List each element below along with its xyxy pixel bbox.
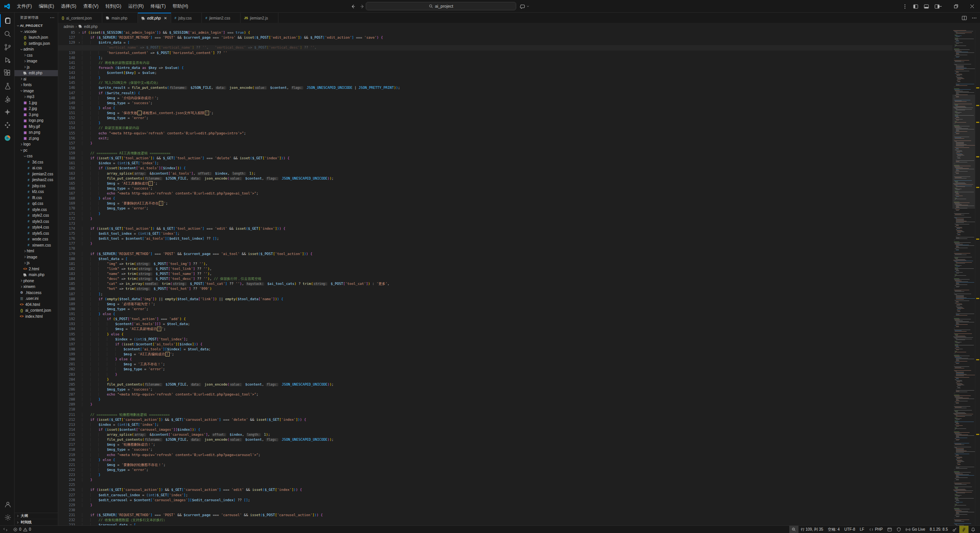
tree-item-1.jpg[interactable]: ▣1.jpg <box>15 100 58 106</box>
menu-item-7[interactable]: 帮助(H) <box>169 2 192 11</box>
code-line-215[interactable]: 215 array_splice(array: &$content['carou… <box>58 432 952 437</box>
code-line-197[interactable]: 197 if (isset($content['ai_tools'][$inde… <box>58 342 952 347</box>
tab-jiemian2.css[interactable]: #jiemian2.css✕ <box>202 13 241 23</box>
tree-item-AI_PROJECT[interactable]: AI_PROJECT <box>15 23 58 29</box>
code-line-157[interactable]: 157 } <box>58 141 952 146</box>
tree-item-js[interactable]: js <box>15 64 58 70</box>
status-indent-setting[interactable]: 空格: 4 <box>826 526 842 533</box>
code-line-159[interactable]: 159 // ========== AI工具增删改逻辑 ========== <box>58 151 952 156</box>
code-line-202[interactable]: 202 $msg_type = 'error'; <box>58 367 952 372</box>
status-encoding[interactable]: UTF-8 <box>842 526 857 533</box>
code-line-127[interactable]: 127 if ($_SERVER['REQUEST_METHOD'] === '… <box>58 35 952 40</box>
tab-jiemian2.js[interactable]: JSjiemian2.js✕ <box>241 13 278 23</box>
tree-item-jsby.css[interactable]: #jsby.css <box>15 183 58 189</box>
code-line-169[interactable]: 169 $msg = '要删除的AI工具不存在！'; <box>58 201 952 206</box>
menu-item-1[interactable]: 编辑(E) <box>35 2 57 11</box>
code-line-189[interactable]: 189 $msg = '必填项不能为空！'; <box>58 302 952 307</box>
tree-item-lft.css[interactable]: #lft.css <box>15 195 58 201</box>
code-line-196[interactable]: 196 $index = (int)$_POST['tool_index']; <box>58 337 952 342</box>
code-line-232[interactable]: 232 // 收集轮播图数据（支持多行文本的换行） <box>58 518 952 523</box>
code-line-155[interactable]: 155 echo "<meta http-equiv='refresh' con… <box>58 131 952 136</box>
code-line-158[interactable]: 158 <box>58 146 952 151</box>
tree-item-main.php[interactable]: 🐘main.php <box>15 272 58 278</box>
tree-item-3d.css[interactable]: #3d.css <box>15 159 58 165</box>
close-tab-icon[interactable]: ✕ <box>164 16 167 20</box>
code-line-179[interactable]: 179 if ($_SERVER['REQUEST_METHOD'] === '… <box>58 252 952 257</box>
status-language-mode[interactable]: PHP <box>867 526 885 533</box>
tree-item-.htaccess[interactable]: ⚙.htaccess <box>15 290 58 296</box>
menu-item-5[interactable]: 运行(R) <box>125 2 147 11</box>
tree-item-mp3[interactable]: mp3 <box>15 94 58 100</box>
code-line-200[interactable]: 200 } else { <box>58 357 952 362</box>
toggle-panel-icon[interactable] <box>924 4 929 9</box>
tree-item-ai_content.json[interactable]: {}ai_content.json <box>15 307 58 314</box>
code-line-228[interactable]: 228 $edit_carousel = $content['carousel_… <box>58 498 952 503</box>
editor-more-actions-icon[interactable] <box>972 15 977 21</box>
tree-item-launch.json[interactable]: {}launch.json <box>15 34 58 41</box>
breadcrumb-file[interactable]: edit.php <box>84 25 98 29</box>
code-line-192[interactable]: 192 if ($_POST['tool_action'] === 'add')… <box>58 317 952 322</box>
activity-account-icon[interactable] <box>0 498 15 511</box>
code-line-167[interactable]: 167 echo "<meta http-equiv='refresh' con… <box>58 191 952 196</box>
code-line-170[interactable]: 170 $msg_type = 'error'; <box>58 206 952 211</box>
tree-item-admin[interactable]: admin <box>15 46 58 52</box>
tree-item-html[interactable]: html <box>15 248 58 254</box>
code-line-176[interactable]: 176 $edit_tool = $content['ai_tools'][$e… <box>58 236 952 241</box>
back-arrow-icon[interactable] <box>350 4 356 9</box>
code-line-218[interactable]: 218 $msg_type = 'success'; <box>58 447 952 452</box>
code-line-171[interactable]: 171 } <box>58 211 952 216</box>
status-spell-toggle[interactable] <box>959 526 969 533</box>
tab-jsby.css[interactable]: #jsby.css✕ <box>171 13 202 23</box>
code-line-161[interactable]: 161 $index = (int)$_GET['index']; <box>58 161 952 166</box>
menu-item-0[interactable]: 文件(F) <box>13 2 35 11</box>
code-line-154[interactable]: 154 // 刷新页面展示最新内容 <box>58 126 952 131</box>
code-line-150[interactable]: 150 } else { <box>58 106 952 111</box>
tree-item-jiemian2.css[interactable]: #jiemian2.css <box>15 171 58 177</box>
code-line-183[interactable]: 183 "name" => trim(string: $_POST['tool_… <box>58 271 952 276</box>
minimize-button[interactable] <box>932 0 948 13</box>
activity-run-debug-icon[interactable] <box>0 53 15 66</box>
code-line-173[interactable]: 173 <box>58 221 952 226</box>
code-line-230[interactable]: 230 <box>58 508 952 513</box>
breadcrumb[interactable]: admin › 🐘 edit.php <box>58 23 980 30</box>
code-line-160[interactable]: 160 if (isset($_GET['tool_action']) && $… <box>58 156 952 161</box>
tree-item-3.png[interactable]: ▣3.png <box>15 112 58 118</box>
vertical-scrollbar[interactable] <box>975 30 980 525</box>
minimap[interactable] <box>952 30 975 525</box>
code-line-205[interactable]: 205 file_put_contents(filename: $JSON_FI… <box>58 382 952 387</box>
code-line-211[interactable]: 211 // ========== 轮播图增删改逻辑 ========== <box>58 412 952 417</box>
tab-edit.php[interactable]: 🐘edit.php✕ <box>138 13 171 23</box>
tree-item-image[interactable]: image <box>15 58 58 64</box>
tree-item-index.html[interactable]: <>index.html <box>15 314 58 320</box>
activity-colored-swirl-icon[interactable] <box>0 131 15 144</box>
status-php-key[interactable] <box>950 526 959 533</box>
code-line-162[interactable]: 162 if (isset($content['ai_tools'][$inde… <box>58 166 952 171</box>
code-line-184[interactable]: 184 "desc" => trim(string: $_POST['tool_… <box>58 276 952 281</box>
code-line-172[interactable]: 172 } <box>58 216 952 221</box>
code-line-229[interactable]: 229 } <box>58 503 952 508</box>
restore-button[interactable] <box>948 0 964 13</box>
code-line-201[interactable]: 201 $msg = '工具不存在！'; <box>58 362 952 367</box>
code-line-225[interactable]: 225 <box>58 482 952 487</box>
code-line-210[interactable]: 210 <box>58 407 952 412</box>
tree-item-.user.ini[interactable]: ☰.user.ini <box>15 296 58 302</box>
folded-region-row[interactable]: 'vertical_name' => $_POST['vertical_name… <box>58 45 952 50</box>
tree-item-zl.png[interactable]: ▣zl.png <box>15 136 58 142</box>
tree-item-Mry.gif[interactable]: ▣Mry.gif <box>15 124 58 130</box>
code-line-182[interactable]: 182 "link" => trim(string: $_POST['tool_… <box>58 266 952 271</box>
code-line-177[interactable]: 177 } <box>58 241 952 246</box>
tree-item-phone[interactable]: phone <box>15 278 58 284</box>
code-line-186[interactable]: 186 "hot" => trim(string: $_POST['tool_h… <box>58 286 952 291</box>
code-line-227[interactable]: 227 $edit_carousel_index = (int)$_GET['i… <box>58 493 952 498</box>
code-line-191[interactable]: 191 } else { <box>58 312 952 317</box>
code-line-204[interactable]: 204 } <box>58 377 952 382</box>
tree-item-xinwen.css[interactable]: #xinwen.css <box>15 242 58 249</box>
code-line-166[interactable]: 166 $msg_type = 'success'; <box>58 186 952 191</box>
tree-item-xinwen[interactable]: xinwen <box>15 284 58 290</box>
menu-item-4[interactable]: 转到(G) <box>102 2 124 11</box>
code-line-180[interactable]: 180 $tool_data = [ <box>58 257 952 262</box>
forward-arrow-icon[interactable] <box>360 4 365 9</box>
tree-item-edit.php[interactable]: 🐘edit.php <box>15 70 58 76</box>
tree-item-logo.png[interactable]: ▣logo.png <box>15 118 58 124</box>
tree-item-css[interactable]: css <box>15 153 58 159</box>
